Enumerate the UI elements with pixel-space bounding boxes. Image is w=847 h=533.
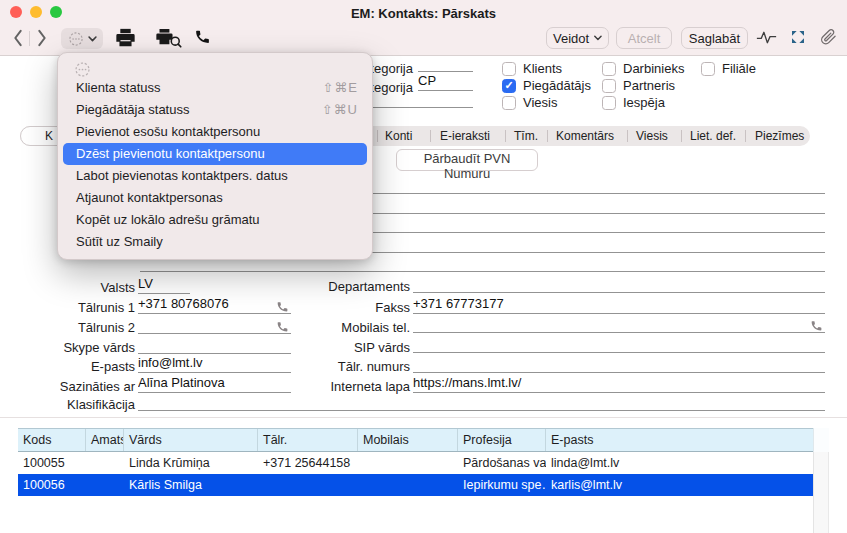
skype-field[interactable]	[138, 336, 291, 354]
column-header-talr[interactable]: Tālr.	[258, 429, 358, 451]
talr-numurs-field[interactable]	[413, 355, 825, 373]
column-header-kods[interactable]: Kods	[18, 429, 86, 451]
menu-item-label: Klienta statuss	[76, 77, 161, 99]
checkbox-filiale[interactable]: Filiāle	[701, 61, 756, 76]
operations-menu-button[interactable]	[61, 28, 103, 49]
cancel-button-label: Atcelt	[628, 31, 661, 46]
menu-item-piegadataja-statuss[interactable]: Piegādātāja statuss ⇧⌘U	[63, 99, 367, 121]
column-header-epasts[interactable]: E-pasts	[546, 429, 813, 451]
menu-item-shortcut: ⇧⌘E	[322, 77, 358, 99]
print-button[interactable]	[115, 28, 136, 51]
cell-profesija: Pārdošanas va…	[458, 452, 546, 474]
cancel-button[interactable]: Atcelt	[616, 27, 672, 49]
mobilais-field[interactable]	[413, 315, 825, 333]
table-scrollbar[interactable]	[813, 452, 829, 533]
address-field-line[interactable]	[372, 213, 825, 214]
tab-separator	[745, 130, 746, 142]
phone-dial-icon[interactable]	[276, 319, 289, 337]
print-preview-button[interactable]	[155, 28, 182, 52]
sip-field[interactable]	[413, 335, 825, 353]
fakss-field[interactable]: +371 67773177	[413, 296, 825, 314]
talrunis2-field[interactable]	[138, 316, 291, 334]
checkbox-label: Iespēja	[623, 95, 665, 110]
tab-e-ieraksti[interactable]: E-ieraksti	[440, 129, 490, 143]
check-vat-number-button[interactable]: Pārbaudīt PVN Numuru	[396, 149, 538, 171]
column-header-amats[interactable]: Amats	[86, 429, 124, 451]
klasifikacija-label: Klasifikācija	[0, 397, 135, 412]
column-header-mobilais[interactable]: Mobilais	[358, 429, 458, 451]
phone-dial-icon[interactable]	[810, 318, 823, 336]
category-2-field[interactable]: CP	[418, 73, 473, 91]
category-3-field[interactable]	[372, 107, 473, 108]
tab-komentars[interactable]: Komentārs	[556, 129, 614, 143]
circle-ellipsis-icon	[68, 31, 84, 47]
paperclip-icon[interactable]	[819, 28, 837, 50]
klasifikacija-field[interactable]	[138, 393, 825, 411]
checkbox-darbinieks[interactable]: Darbinieks	[602, 61, 684, 76]
menu-item-sutit-uz-smaily[interactable]: Sūtīt uz Smaily	[63, 231, 367, 253]
valsts-label: Valsts	[0, 280, 135, 295]
checkbox-partneris[interactable]: Partneris	[602, 78, 675, 93]
interneta-lapa-field[interactable]: https://mans.lmt.lv/	[413, 375, 825, 393]
menu-item-label: Kopēt uz lokālo adrešu grāmatu	[76, 209, 260, 231]
menu-item-shortcut: ⇧⌘U	[322, 99, 358, 121]
table-row[interactable]: 100055 Linda Krūmiņa +371 25644158 Pārdo…	[18, 452, 813, 474]
tab-konti[interactable]: Konti	[385, 129, 412, 143]
checkbox-box	[602, 62, 616, 76]
save-button[interactable]: Saglabāt	[681, 27, 748, 49]
tab-separator	[681, 130, 682, 142]
valsts-field[interactable]: LV	[138, 276, 190, 294]
sazinaties-field[interactable]: Alīna Platinova	[138, 375, 291, 393]
checkbox-piegadatajs[interactable]: ✓ Piegādātājs	[502, 78, 591, 93]
menu-item-dzest-kontaktpersonu[interactable]: Dzēst pievienotu kontaktpersonu	[63, 143, 367, 165]
chevron-down-icon	[88, 36, 97, 42]
departaments-label: Departaments	[300, 279, 410, 294]
chevron-down-icon	[594, 35, 602, 41]
tab-viesis[interactable]: Viesis	[636, 129, 668, 143]
cell-talr: +371 25644158	[258, 452, 358, 474]
tab-separator	[627, 130, 628, 142]
mobilais-label: Mobilais tel.	[300, 320, 410, 335]
column-header-vards[interactable]: Vārds	[124, 429, 258, 451]
checkbox-label: Partneris	[623, 78, 675, 93]
phone-button[interactable]	[194, 28, 211, 49]
cell-profesija: Iepirkumu spe…	[458, 474, 546, 496]
operations-menu: Klienta statuss ⇧⌘E Piegādātāja statuss …	[57, 52, 373, 260]
forward-button[interactable]	[36, 29, 48, 51]
tab-liet-def[interactable]: Liet. def.	[690, 129, 736, 143]
column-header-profesija[interactable]: Profesija	[458, 429, 546, 451]
tab-tim[interactable]: Tīm.	[514, 129, 538, 143]
checkbox-klients[interactable]: Klients	[502, 61, 562, 76]
expand-arrows-icon[interactable]	[790, 29, 806, 49]
back-button[interactable]	[12, 29, 24, 51]
menu-item-kopet-adresu-gramatu[interactable]: Kopēt uz lokālo adrešu grāmatu	[63, 209, 367, 231]
cell-vards: Kārlis Smilga	[124, 474, 258, 496]
section-divider	[0, 417, 847, 418]
address-field-line[interactable]	[140, 271, 825, 272]
checkbox-viesis[interactable]: Viesis	[502, 95, 557, 110]
checkbox-iespeja[interactable]: Iespēja	[602, 95, 665, 110]
menu-item-labot-kontaktpers-datus[interactable]: Labot pievienotas kontaktpers. datus	[63, 165, 367, 187]
menu-item-klienta-statuss[interactable]: Klienta statuss ⇧⌘E	[63, 77, 367, 99]
skype-label: Skype vārds	[0, 340, 135, 355]
address-field-line[interactable]	[372, 252, 825, 253]
activity-pulse-icon[interactable]	[756, 30, 777, 49]
epasts-field[interactable]: info@lmt.lv	[138, 355, 291, 373]
menu-item-atjaunot-kontaktpersonas[interactable]: Atjaunot kontaktpersonas	[63, 187, 367, 209]
menu-item-label: Dzēst pievienotu kontaktpersonu	[76, 143, 265, 165]
departaments-field[interactable]	[413, 275, 825, 293]
category-1-field[interactable]	[418, 54, 473, 72]
tab-piezimes[interactable]: Piezīmes	[755, 129, 804, 143]
address-field-line[interactable]	[372, 232, 825, 233]
table-row-selected[interactable]: 100056 Kārlis Smilga Iepirkumu spe… karl…	[18, 474, 813, 496]
talrunis1-field[interactable]: +371 80768076	[138, 296, 291, 314]
create-button[interactable]: Veidot	[546, 27, 609, 49]
epasts-label: E-pasts	[0, 359, 135, 374]
address-field-line[interactable]	[372, 193, 825, 194]
phone-dial-icon[interactable]	[276, 299, 289, 317]
cell-epasts: linda@lmt.lv	[546, 452, 813, 474]
menu-item-label: Atjaunot kontaktpersonas	[76, 187, 223, 209]
menu-item-pievienot-kontaktpersonu[interactable]: Pievienot esošu kontaktpersonu	[63, 121, 367, 143]
interneta-lapa-label: Interneta lapa	[300, 379, 410, 394]
fakss-label: Fakss	[300, 300, 410, 315]
